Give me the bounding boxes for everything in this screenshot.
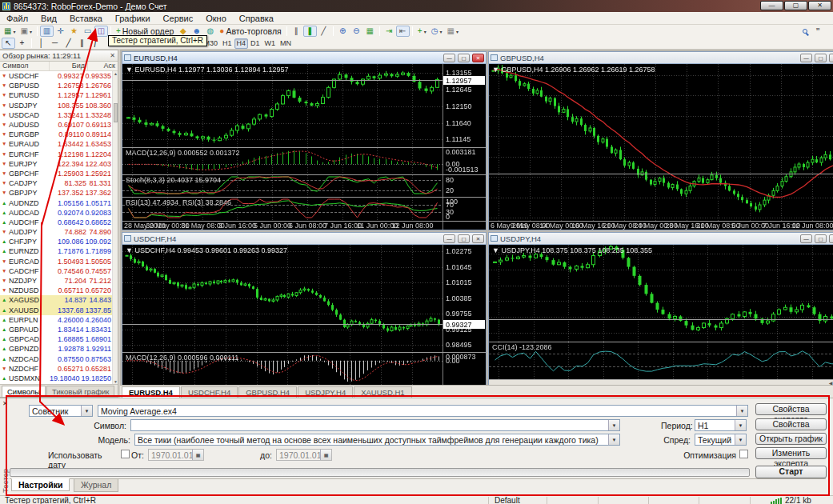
menu-item-6[interactable]: Справка <box>233 13 280 24</box>
chart-shift-button[interactable]: ⇤ <box>396 26 410 37</box>
market-watch-scrollbar[interactable]: ▲ ▼ <box>112 71 118 384</box>
profiles-button[interactable]: ▣▾ <box>18 26 34 37</box>
scroll-down-icon[interactable]: ▼ <box>113 379 118 384</box>
market-watch-close-icon[interactable]: ✕ <box>110 52 115 59</box>
chevron-down-icon[interactable]: ▼ <box>735 420 746 430</box>
chart-close-button[interactable]: ✕ <box>829 234 833 243</box>
timeframe-button-d1[interactable]: D1 <box>248 38 262 49</box>
chart-window-usdchf[interactable]: USDCHF,H4 — ▢ ✕ <box>122 232 487 386</box>
model-select[interactable]: Все тики (наиболее точный метод на основ… <box>134 434 620 446</box>
from-date-field[interactable]: 1970.01.01▦ <box>148 449 204 461</box>
chart-window-titlebar[interactable]: GBPUSD,H4 — ▢ ✕ <box>489 52 833 64</box>
market-watch-row-usdjpy[interactable]: ▼USDJPY108.355108.360 <box>0 101 118 110</box>
chart-tab-gbpusd-h4[interactable]: GBPUSD,H4 <box>238 386 297 398</box>
autotrading-button[interactable]: ●Авто-торговля <box>217 26 283 37</box>
new-chart-button[interactable]: ▦▾ <box>2 26 18 37</box>
chart-minimize-button[interactable]: — <box>443 234 455 243</box>
market-watch-row-audusd[interactable]: ▼AUDUSD0.691070.69113 <box>0 120 118 130</box>
timeframe-button-w1[interactable]: W1 <box>262 38 278 49</box>
chart-window-titlebar[interactable]: USDCHF,H4 — ▢ ✕ <box>122 233 486 245</box>
chart-canvas-gbpusd[interactable] <box>489 64 833 230</box>
market-watch-row-eurpln[interactable]: ▲EURPLN4.260004.26040 <box>0 315 118 325</box>
market-watch-row-usdchf[interactable]: ▼USDCHF0.993270.99335 <box>0 71 118 81</box>
market-watch-row-eurjpy[interactable]: ▼EURJPY122.394122.403 <box>0 159 118 169</box>
tab-journal[interactable]: Журнал <box>74 479 118 492</box>
market-watch-row-nzdjpy[interactable]: ▼NZDJPY71.20471.212 <box>0 276 118 286</box>
menu-item-5[interactable]: Окно <box>199 13 233 24</box>
market-watch-row-usdmxn[interactable]: ▲USDMXN19.1804019.18250 <box>0 374 118 383</box>
market-watch-button[interactable]: ▥ <box>40 26 54 37</box>
navigator-button[interactable]: ★ <box>67 26 81 37</box>
market-watch-row-chfjpy[interactable]: ▲CHFJPY109.086109.092 <box>0 237 118 246</box>
symbol-select[interactable]: ▼ <box>130 419 620 431</box>
menu-item-4[interactable]: Сервис <box>157 13 200 24</box>
chevron-down-icon[interactable]: ▼ <box>608 434 619 445</box>
chart-tab-xauusd-h1[interactable]: XAUUSD,H1 <box>354 386 411 398</box>
zoom-out-button[interactable]: ⊖ <box>350 26 363 37</box>
timeframe-button-mn[interactable]: MN <box>278 38 294 49</box>
maximize-button[interactable]: ▢ <box>784 1 807 10</box>
cursor-button[interactable]: ↖ <box>2 38 15 49</box>
chart-minimize-button[interactable]: — <box>800 234 812 243</box>
market-watch-row-gbpchf[interactable]: ▼GBPCHF1.259031.25921 <box>0 169 118 178</box>
chat-button[interactable]: ❞ <box>811 26 825 37</box>
menu-item-3[interactable]: Графики <box>109 13 157 24</box>
start-button[interactable]: Старт <box>755 466 827 478</box>
minimize-button[interactable]: — <box>760 1 783 10</box>
market-watch-row-audcad[interactable]: ▲AUDCAD0.920740.92083 <box>0 208 118 218</box>
menu-item-1[interactable]: Вид <box>34 13 63 24</box>
trendline-button[interactable]: ╱ <box>62 38 75 49</box>
tile-windows-button[interactable]: ▦ <box>363 26 377 37</box>
spread-select[interactable]: Текущий▼ <box>695 434 747 446</box>
chart-window-usdjpy[interactable]: USDJPY,H4 — ▢ ✕ ◀▶ <box>488 232 833 386</box>
indicators-button[interactable]: +▾ <box>415 26 429 37</box>
chart-minimize-button[interactable]: — <box>800 54 812 62</box>
chart-close-button[interactable]: ✕ <box>829 54 833 62</box>
market-watch-row-eurusd[interactable]: ▼EURUSD1.129571.12961 <box>0 90 118 100</box>
market-watch-row-xagusd[interactable]: ▲XAGUSD14.83714.843 <box>0 295 118 305</box>
timeframe-button-h4[interactable]: H4 <box>234 38 249 49</box>
modify-expert-button[interactable]: Изменить эксперта <box>755 447 827 459</box>
market-watch-row-audnzd[interactable]: ▲AUDNZD1.051561.05171 <box>0 198 118 207</box>
tab-settings[interactable]: Настройки <box>11 478 70 491</box>
candle-chart-button[interactable]: ❚ <box>303 26 317 37</box>
chart-close-button[interactable]: ✕ <box>472 234 484 243</box>
open-chart-button[interactable]: Открыть график <box>755 433 827 445</box>
search-button[interactable] <box>798 26 811 37</box>
market-watch-row-gbpnzd[interactable]: ▲GBPNZD1.928781.92911 <box>0 344 118 354</box>
templates-button[interactable]: ▦▾ <box>445 26 461 37</box>
market-watch-row-eurcad[interactable]: ▼EURCAD1.504931.50505 <box>0 257 118 266</box>
zoom-in-button[interactable]: ⊕ <box>336 26 350 37</box>
line-chart-button[interactable]: ╱ <box>317 26 330 37</box>
tester-close-icon[interactable]: ✕ <box>2 400 8 407</box>
chevron-down-icon[interactable]: ▼ <box>735 434 746 445</box>
strategy-tester-button[interactable]: ◫ <box>94 26 108 37</box>
optimization-checkbox[interactable] <box>739 450 748 458</box>
market-watch-row-usdcad[interactable]: ▼USDCAD1.332411.33248 <box>0 110 118 120</box>
chart-maximize-button[interactable]: ▢ <box>815 54 827 62</box>
terminal-button[interactable]: ▭ <box>81 26 94 37</box>
market-watch-row-gbpjpy[interactable]: ▼GBPJPY137.352137.362 <box>0 188 118 198</box>
symbol-properties-button[interactable]: Свойства символа <box>755 418 827 430</box>
menu-item-2[interactable]: Вставка <box>63 13 109 24</box>
market-watch-row-euraud[interactable]: ▼EURAUD1.634421.63453 <box>0 139 118 149</box>
data-window-button[interactable]: ✛ <box>54 26 67 37</box>
chart-tab-eurusd-h4[interactable]: EURUSD,H4 <box>122 386 180 398</box>
market-watch-row-cadchf[interactable]: ▼CADCHF0.745460.74557 <box>0 266 118 276</box>
fibonacci-button[interactable]: ƒ <box>89 38 102 49</box>
chart-canvas-usdchf[interactable] <box>122 245 486 386</box>
market-watch-row-nzdcad[interactable]: ▲NZDCAD0.875500.87563 <box>0 354 118 363</box>
market-watch-row-audjpy[interactable]: ▼AUDJPY74.88274.890 <box>0 227 118 237</box>
market-watch-row-nzdchf[interactable]: ▼NZDCHF0.652710.65281 <box>0 364 118 374</box>
market-watch-tab-tick-chart[interactable]: Тиковый график <box>46 386 114 397</box>
chart-window-titlebar[interactable]: USDJPY,H4 — ▢ ✕ <box>489 233 833 245</box>
chevron-down-icon[interactable]: ▼ <box>81 406 92 416</box>
period-select[interactable]: H1▼ <box>695 419 747 431</box>
market-watch-row-cadjpy[interactable]: ▼CADJPY81.32581.331 <box>0 178 118 188</box>
column-symbol[interactable]: Символ <box>0 62 50 70</box>
channel-button[interactable]: ∥ <box>75 38 89 49</box>
advisor-type-select[interactable]: Советник▼ <box>29 405 93 417</box>
expert-properties-button[interactable]: Свойства эксперта <box>755 403 827 415</box>
market-watch-row-gbpcad[interactable]: ▲GBPCAD1.688851.68901 <box>0 334 118 344</box>
chart-close-button[interactable]: ✕ <box>472 54 484 62</box>
